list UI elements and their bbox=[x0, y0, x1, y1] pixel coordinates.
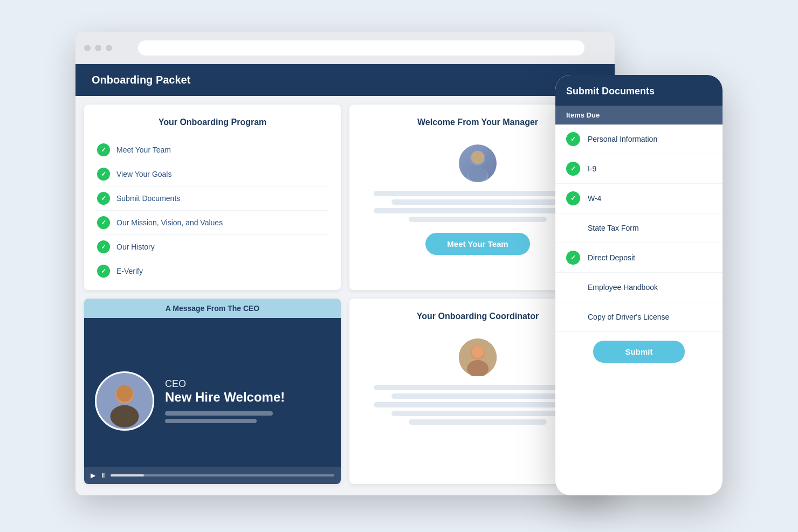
ceo-line-1 bbox=[165, 411, 273, 416]
checklist-item-meet-team[interactable]: ✓ Meet Your Team bbox=[97, 138, 328, 162]
video-progress-fill bbox=[111, 474, 144, 476]
manager-avatar bbox=[459, 144, 497, 182]
ceo-text-lines bbox=[165, 411, 330, 423]
checklist-item-everify[interactable]: ✓ E-Verify bbox=[97, 259, 328, 283]
phone-label-w4: W-4 bbox=[588, 194, 601, 203]
browser-content: Onboarding Packet Your Onboarding Progra… bbox=[75, 64, 615, 495]
app-header-title: Onboarding Packet bbox=[92, 74, 190, 86]
svg-point-7 bbox=[116, 385, 133, 401]
phone-label-direct-deposit: Direct Deposit bbox=[588, 253, 635, 262]
manager-avatar-svg bbox=[459, 144, 497, 182]
ceo-card: A Message From The CEO CEO bbox=[84, 299, 341, 484]
submit-button[interactable]: Submit bbox=[593, 341, 685, 363]
phone-check-i9: ✓ bbox=[566, 162, 580, 176]
check-icon-everify: ✓ bbox=[97, 265, 110, 278]
checklist-item-history[interactable]: ✓ Our History bbox=[97, 235, 328, 259]
check-icon-goals: ✓ bbox=[97, 168, 110, 181]
phone-label-state-tax: State Tax Form bbox=[588, 224, 639, 232]
phone-check-empty-license bbox=[566, 310, 580, 324]
check-icon-documents: ✓ bbox=[97, 192, 110, 205]
ceo-line-2 bbox=[165, 419, 257, 423]
phone-check-empty-state-tax bbox=[566, 221, 580, 235]
app-header: Onboarding Packet bbox=[75, 64, 615, 96]
phone-label-personal-info: Personal Information bbox=[588, 135, 657, 143]
svg-point-6 bbox=[111, 405, 139, 427]
phone-items-list: ✓ Personal Information ✓ I-9 ✓ W-4 State… bbox=[555, 125, 723, 331]
coord-line-3 bbox=[374, 402, 581, 407]
phone-item-direct-deposit[interactable]: ✓ Direct Deposit bbox=[555, 243, 723, 273]
onboarding-program-card: Your Onboarding Program ✓ Meet Your Team… bbox=[84, 105, 341, 290]
mobile-phone: Submit Documents Items Due ✓ Personal In… bbox=[555, 75, 723, 495]
checklist-label-everify: E-Verify bbox=[116, 267, 143, 275]
ceo-avatar-svg bbox=[97, 371, 153, 431]
ceo-card-body: CEO New Hire Welcome! ▶ ⏸ bbox=[84, 318, 341, 484]
scene: Onboarding Packet Your Onboarding Progra… bbox=[75, 32, 723, 501]
phone-label-drivers-license: Copy of Driver's License bbox=[588, 313, 669, 321]
phone-label-i9: I-9 bbox=[588, 164, 596, 173]
onboarding-program-title: Your Onboarding Program bbox=[97, 118, 328, 127]
checklist-label-history: Our History bbox=[116, 243, 155, 251]
coord-line-5 bbox=[409, 419, 547, 425]
coord-line-4 bbox=[391, 411, 565, 416]
video-controls: ▶ ⏸ bbox=[84, 467, 341, 484]
coord-line-2 bbox=[391, 393, 565, 399]
manager-card-title: Welcome From Your Manager bbox=[417, 118, 538, 127]
ceo-role: CEO bbox=[165, 378, 330, 390]
manager-line-2 bbox=[391, 199, 565, 205]
coordinator-card-title: Your Onboarding Coordinator bbox=[417, 312, 539, 321]
ceo-card-header: A Message From The CEO bbox=[84, 299, 341, 318]
checklist-label-goals: View Your Goals bbox=[116, 170, 171, 178]
phone-check-empty-handbook bbox=[566, 280, 580, 294]
browser-dot-yellow bbox=[95, 45, 101, 51]
phone-footer: Submit bbox=[555, 331, 723, 371]
phone-item-employee-handbook[interactable]: Employee Handbook bbox=[555, 273, 723, 302]
phone-label-employee-handbook: Employee Handbook bbox=[588, 283, 658, 292]
pause-icon[interactable]: ⏸ bbox=[100, 472, 106, 479]
checklist-label-documents: Submit Documents bbox=[116, 194, 180, 203]
check-icon-mission: ✓ bbox=[97, 216, 110, 229]
phone-check-personal-info: ✓ bbox=[566, 132, 580, 146]
manager-line-3 bbox=[374, 208, 581, 213]
manager-line-4 bbox=[409, 217, 547, 222]
phone-item-w4[interactable]: ✓ W-4 bbox=[555, 184, 723, 213]
manager-line-1 bbox=[374, 191, 581, 196]
phone-item-drivers-license[interactable]: Copy of Driver's License bbox=[555, 302, 723, 331]
checklist-label-mission: Our Mission, Vision, and Values bbox=[116, 218, 223, 227]
video-progress-bar[interactable] bbox=[111, 474, 334, 476]
phone-header: Submit Documents bbox=[555, 75, 723, 106]
phone-item-i9[interactable]: ✓ I-9 bbox=[555, 154, 723, 184]
play-icon[interactable]: ▶ bbox=[91, 472, 95, 479]
check-icon-history: ✓ bbox=[97, 240, 110, 253]
coord-line-1 bbox=[374, 385, 581, 390]
browser-chrome bbox=[75, 32, 615, 64]
ceo-avatar bbox=[95, 371, 154, 431]
phone-header-title: Submit Documents bbox=[566, 86, 655, 96]
coordinator-avatar bbox=[459, 338, 497, 376]
ceo-text-content: CEO New Hire Welcome! bbox=[165, 378, 330, 423]
ceo-message-title: New Hire Welcome! bbox=[165, 390, 330, 405]
phone-check-direct-deposit: ✓ bbox=[566, 251, 580, 265]
checklist-label-meet-team: Meet Your Team bbox=[116, 146, 171, 154]
svg-point-3 bbox=[468, 168, 487, 182]
main-grid: Your Onboarding Program ✓ Meet Your Team… bbox=[75, 96, 615, 493]
phone-item-state-tax[interactable]: State Tax Form bbox=[555, 213, 723, 243]
checklist-item-mission[interactable]: ✓ Our Mission, Vision, and Values bbox=[97, 211, 328, 235]
phone-check-w4: ✓ bbox=[566, 191, 580, 205]
browser-dot-green bbox=[106, 45, 112, 51]
phone-section-label: Items Due bbox=[555, 106, 723, 125]
meet-team-button[interactable]: Meet Your Team bbox=[425, 233, 529, 255]
browser-dot-red bbox=[84, 45, 91, 51]
browser-address-bar[interactable] bbox=[138, 40, 584, 56]
phone-item-personal-info[interactable]: ✓ Personal Information bbox=[555, 125, 723, 154]
coordinator-avatar-svg bbox=[459, 338, 497, 376]
svg-point-2 bbox=[471, 151, 484, 164]
onboarding-checklist: ✓ Meet Your Team ✓ View Your Goals ✓ Sub… bbox=[97, 138, 328, 283]
check-icon-meet-team: ✓ bbox=[97, 143, 110, 156]
svg-point-11 bbox=[472, 346, 484, 358]
checklist-item-goals[interactable]: ✓ View Your Goals bbox=[97, 162, 328, 186]
desktop-browser: Onboarding Packet Your Onboarding Progra… bbox=[75, 32, 615, 495]
checklist-item-documents[interactable]: ✓ Submit Documents bbox=[97, 186, 328, 211]
